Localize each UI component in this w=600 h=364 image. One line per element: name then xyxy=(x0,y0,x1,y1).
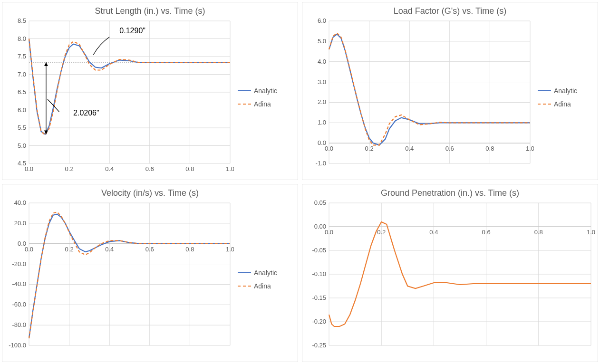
svg-text:0.2: 0.2 xyxy=(365,145,374,152)
legend-swatch xyxy=(238,272,251,273)
svg-text:-0.20: -0.20 xyxy=(312,318,326,325)
svg-text:0.0: 0.0 xyxy=(325,145,333,152)
svg-text:1.0: 1.0 xyxy=(318,119,326,126)
legend-swatch xyxy=(238,286,251,287)
plot-area: -1.00.01.02.03.04.05.06.00.00.20.40.60.8… xyxy=(305,18,534,177)
legend: AnalyticAdina xyxy=(234,18,295,177)
svg-text:0.6: 0.6 xyxy=(145,165,154,172)
svg-marker-32 xyxy=(44,62,48,66)
svg-text:0.4: 0.4 xyxy=(105,246,114,253)
legend-item-adina: Adina xyxy=(238,100,295,108)
svg-text:0.0: 0.0 xyxy=(25,165,33,172)
svg-text:5.5: 5.5 xyxy=(18,124,26,131)
svg-text:0.2: 0.2 xyxy=(377,229,386,236)
svg-text:1.0: 1.0 xyxy=(226,165,234,172)
chart-title: Strut Length (in.) vs. Time (s) xyxy=(5,6,295,16)
annotation-label: 0.1290" xyxy=(119,27,145,35)
legend-swatch xyxy=(538,90,551,91)
svg-text:0.0: 0.0 xyxy=(325,229,333,236)
legend-label: Adina xyxy=(254,100,271,108)
chart-grid: Strut Length (in.) vs. Time (s)4.55.05.5… xyxy=(0,0,600,364)
legend-item-analytic: Analytic xyxy=(538,87,595,95)
legend-label: Adina xyxy=(554,100,571,108)
chart-body: -100.0-80.0-60.0-40.0-20.00.020.040.00.0… xyxy=(5,200,295,359)
series-adina xyxy=(29,212,230,338)
legend-label: Analytic xyxy=(254,87,277,95)
series-analytic xyxy=(29,39,230,134)
legend-swatch xyxy=(238,104,251,105)
svg-text:0.8: 0.8 xyxy=(534,229,543,236)
legend-swatch xyxy=(238,90,251,91)
svg-text:8.5: 8.5 xyxy=(18,18,26,24)
chart-svg: -1.00.01.02.03.04.05.06.00.00.20.40.60.8… xyxy=(305,18,534,177)
svg-text:0.4: 0.4 xyxy=(405,145,414,152)
svg-text:0.8: 0.8 xyxy=(485,145,494,152)
svg-text:7.5: 7.5 xyxy=(18,53,26,60)
svg-text:-0.15: -0.15 xyxy=(312,294,326,301)
svg-text:5.0: 5.0 xyxy=(318,38,326,45)
svg-text:0.05: 0.05 xyxy=(314,200,326,206)
svg-text:20.0: 20.0 xyxy=(14,220,26,227)
svg-text:-80.0: -80.0 xyxy=(12,321,26,328)
legend-item-analytic: Analytic xyxy=(238,269,295,277)
legend-item-adina: Adina xyxy=(538,100,595,108)
svg-text:0.2: 0.2 xyxy=(65,165,74,172)
svg-text:0.0: 0.0 xyxy=(25,246,33,253)
legend: AnalyticAdina xyxy=(234,200,295,359)
series-adina xyxy=(329,33,530,145)
plot-area: -100.0-80.0-60.0-40.0-20.00.020.040.00.0… xyxy=(5,200,234,359)
series-analytic xyxy=(29,214,230,338)
svg-text:7.0: 7.0 xyxy=(18,71,26,78)
legend: AnalyticAdina xyxy=(534,18,595,177)
svg-text:-100.0: -100.0 xyxy=(9,342,26,349)
plot-area: -0.25-0.20-0.15-0.10-0.050.000.050.00.20… xyxy=(305,200,595,359)
svg-text:4.0: 4.0 xyxy=(318,58,326,65)
svg-text:2.0: 2.0 xyxy=(318,98,326,105)
svg-text:6.0: 6.0 xyxy=(318,18,326,24)
svg-text:-40.0: -40.0 xyxy=(12,280,26,287)
legend-label: Adina xyxy=(254,282,271,290)
svg-text:3.0: 3.0 xyxy=(318,78,326,86)
svg-text:0.4: 0.4 xyxy=(429,229,438,236)
svg-text:-0.10: -0.10 xyxy=(312,270,326,278)
legend-swatch xyxy=(538,104,551,105)
svg-text:0.6: 0.6 xyxy=(145,246,154,253)
chart-body: -1.00.01.02.03.04.05.06.00.00.20.40.60.8… xyxy=(305,18,595,177)
chart-svg: 4.55.05.56.06.57.07.58.08.50.00.20.40.60… xyxy=(5,18,234,177)
svg-text:8.0: 8.0 xyxy=(18,35,26,42)
svg-text:-20.0: -20.0 xyxy=(12,260,26,268)
chart-panel-ground: Ground Penetration (in.) vs. Time (s)-0.… xyxy=(302,184,598,362)
svg-text:0.4: 0.4 xyxy=(105,165,114,172)
legend-label: Analytic xyxy=(554,87,577,95)
chart-title: Load Factor (G's) vs. Time (s) xyxy=(305,6,595,16)
svg-text:1.0: 1.0 xyxy=(226,246,234,253)
legend-item-analytic: Analytic xyxy=(238,87,295,95)
svg-text:1.0: 1.0 xyxy=(526,145,534,152)
plot-area: 4.55.05.56.06.57.07.58.08.50.00.20.40.60… xyxy=(5,18,234,177)
chart-svg: -100.0-80.0-60.0-40.0-20.00.020.040.00.0… xyxy=(5,200,234,359)
series-adina xyxy=(29,39,230,135)
svg-text:-0.05: -0.05 xyxy=(312,247,326,254)
svg-text:6.5: 6.5 xyxy=(18,88,26,96)
legend-label: Analytic xyxy=(254,269,277,277)
svg-text:-0.25: -0.25 xyxy=(312,342,326,349)
svg-text:1.0: 1.0 xyxy=(587,229,595,236)
svg-text:0.6: 0.6 xyxy=(445,145,454,152)
chart-panel-strut: Strut Length (in.) vs. Time (s)4.55.05.5… xyxy=(2,2,298,180)
chart-body: 4.55.05.56.06.57.07.58.08.50.00.20.40.60… xyxy=(5,18,295,177)
chart-body: -0.25-0.20-0.15-0.10-0.050.000.050.00.20… xyxy=(305,200,595,359)
series-analytic xyxy=(329,34,530,145)
svg-text:0.6: 0.6 xyxy=(482,229,491,236)
svg-text:40.0: 40.0 xyxy=(14,200,26,206)
svg-text:-60.0: -60.0 xyxy=(12,301,26,308)
legend-item-adina: Adina xyxy=(238,282,295,290)
chart-title: Ground Penetration (in.) vs. Time (s) xyxy=(305,188,595,198)
svg-text:0.2: 0.2 xyxy=(65,246,74,253)
svg-text:-1.0: -1.0 xyxy=(316,160,326,167)
chart-panel-velocity: Velocity (in/s) vs. Time (s)-100.0-80.0-… xyxy=(2,184,298,362)
annotation-label: 2.0206" xyxy=(73,109,99,117)
chart-svg: -0.25-0.20-0.15-0.10-0.050.000.050.00.20… xyxy=(305,200,595,359)
svg-text:6.0: 6.0 xyxy=(18,106,26,114)
chart-title: Velocity (in/s) vs. Time (s) xyxy=(5,188,295,198)
svg-text:0.8: 0.8 xyxy=(185,246,194,253)
